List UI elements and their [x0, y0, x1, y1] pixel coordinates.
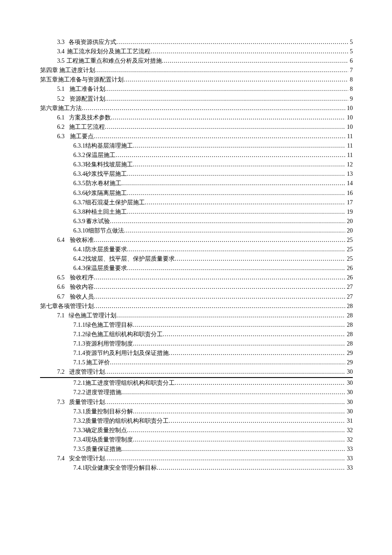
- toc-entry-title: 施工进度管理组织机构和职责分工: [85, 378, 175, 388]
- toc-page-number: 8: [348, 75, 353, 84]
- toc-page-number: 20: [345, 226, 353, 235]
- toc-dot-leader: [110, 217, 345, 226]
- toc-dot-leader: [115, 151, 345, 160]
- toc-chapter-heading: 第五章施工准备与资源配置计划: [40, 75, 124, 84]
- toc-dot-leader: [133, 407, 345, 416]
- toc-entry-title: 绿色施工组织机构和职责分工: [85, 330, 163, 339]
- toc-entry: 7.1.3资源利用管理制度28: [40, 339, 353, 349]
- toc-entry: 7.1.5施工评价29: [40, 358, 353, 367]
- toc-entry-number: 7.1.4: [73, 349, 85, 358]
- toc-entry-title: 工程施工重点和难点分析及应对措施: [66, 56, 162, 66]
- toc-entry: 6.3施工要点11: [40, 132, 353, 141]
- toc-page-number: 11: [346, 132, 353, 141]
- toc-entry: 第四章施工进度计划7: [40, 66, 353, 75]
- toc-entry-number: 7.1.2: [73, 330, 85, 339]
- toc-entry-title: 施工工艺流程: [69, 122, 105, 132]
- toc-page-number: 32: [345, 426, 353, 435]
- toc-page-number: 33: [345, 445, 353, 454]
- toc-entry: 7.3质量管理计划30: [40, 398, 353, 407]
- toc-entry: 5.2资源配置计划9: [40, 94, 353, 104]
- toc-entry: 6.3.6砂浆隔离层施工16: [40, 189, 353, 198]
- toc-entry: 第七章各项管理计划28: [40, 302, 353, 311]
- toc-page-number: 30: [345, 398, 353, 407]
- toc-entry-number: 6.3.3: [73, 160, 85, 169]
- toc-dot-leader: [175, 254, 345, 264]
- toc-entry-number: 7.1.1: [73, 320, 85, 330]
- toc-dot-leader: [94, 235, 345, 245]
- toc-entry-title: 施工要点: [70, 132, 94, 141]
- toc-entry-number: 6.4.1: [73, 245, 85, 254]
- toc-dot-leader: [145, 198, 345, 207]
- toc-entry-title: 资源配置计划: [69, 94, 105, 104]
- toc-dot-leader: [94, 282, 345, 292]
- toc-entry-title: 质量保证措施: [86, 445, 121, 454]
- toc-entry-title: 确定质量控制点: [85, 426, 127, 435]
- toc-entry-number: 7.3.5: [73, 445, 86, 454]
- toc-entry-title: 保温层施工: [86, 151, 115, 160]
- toc-entry: 6.1方案及技术参数10: [40, 113, 353, 122]
- toc-entry: 7.4.1职业健康安全管理分解目标33: [40, 463, 353, 473]
- document-page: 3.3各项资源供应方式53.4施工流水段划分及施工工艺流程53.5工程施工重点和…: [0, 0, 392, 555]
- toc-entry-title: 验收人员: [70, 292, 94, 302]
- toc-chapter-heading: 第六章施工方法: [40, 104, 82, 113]
- toc-page-number: 10: [345, 104, 353, 113]
- toc-entry: 3.3各项资源供应方式5: [40, 38, 353, 47]
- toc-dot-leader: [82, 104, 345, 113]
- toc-page-number: 27: [345, 282, 353, 292]
- toc-dot-leader: [121, 388, 345, 397]
- toc-entry: 7.1绿色施工管理计划28: [40, 311, 353, 320]
- toc-entry-number: 6.2: [57, 122, 69, 132]
- toc-dot-leader: [127, 264, 345, 273]
- toc-entry: 第六章施工方法10: [40, 104, 353, 113]
- toc-page-number: 14: [345, 179, 353, 188]
- toc-dot-leader: [94, 302, 345, 311]
- toc-page-number: 16: [345, 189, 353, 198]
- toc-entry-title: 资源利用管理制度: [85, 339, 133, 349]
- toc-page-number: 28: [345, 302, 353, 311]
- toc-dot-leader: [133, 339, 345, 349]
- toc-page-number: 33: [345, 454, 353, 463]
- toc-entry-number: 7.3.4: [73, 435, 85, 445]
- toc-dot-leader: [111, 113, 345, 122]
- toc-entry-title: 防水卷材施工: [86, 179, 121, 188]
- toc-entry: 6.4.2找坡层、找平层、保护层质量要求25: [40, 254, 353, 264]
- toc-dot-leader: [169, 349, 345, 358]
- toc-page-number: 17: [345, 198, 353, 207]
- toc-entry-title: 施工评价: [86, 358, 110, 367]
- toc-page-number: 7: [348, 66, 353, 75]
- toc-page-number: 11: [346, 141, 353, 151]
- toc-page-number: 13: [345, 169, 353, 179]
- toc-entry-number: 7.3.2: [73, 416, 85, 426]
- toc-entry-number: 6.3: [57, 132, 70, 141]
- horizontal-divider: [40, 377, 353, 378]
- toc-page-number: 27: [345, 292, 353, 302]
- toc-entry-title: 绿色施工管理目标: [85, 320, 133, 330]
- toc-dot-leader: [95, 66, 348, 75]
- toc-entry-title: 质量管理的组织机构和职责分工: [85, 416, 169, 426]
- toc-page-number: 30: [345, 388, 353, 397]
- toc-entry-number: 6.3.6: [73, 189, 85, 198]
- toc-entry-title: 进度管理计划: [69, 367, 105, 377]
- toc-entry-title: 砂浆找平层施工: [85, 169, 127, 179]
- toc-entry: 6.3.3轻集料找坡层施工12: [40, 160, 353, 169]
- toc-dot-leader: [127, 207, 345, 217]
- toc-dot-leader: [121, 179, 345, 188]
- toc-entry: 7.1.4资源节约及利用计划及保证措施29: [40, 349, 353, 358]
- toc-entry: 第五章施工准备与资源配置计划8: [40, 75, 353, 84]
- toc-entry-number: 7.2: [57, 367, 69, 377]
- toc-entry-title: 施工准备计划: [69, 84, 105, 94]
- toc-entry-number: 6.4.2: [73, 254, 85, 264]
- toc-dot-leader: [121, 445, 345, 454]
- toc-page-number: 25: [345, 245, 353, 254]
- toc-entry: 7.1.1绿色施工管理目标28: [40, 320, 353, 330]
- toc-page-number: 28: [345, 320, 353, 330]
- toc-entry: 7.3.1质量控制目标分解30: [40, 407, 353, 416]
- toc-page-number: 26: [345, 264, 353, 273]
- toc-page-number: 28: [345, 339, 353, 349]
- toc-entry-number: 3.4: [57, 47, 67, 56]
- toc-entry: 6.6验收内容27: [40, 282, 353, 292]
- toc-entry-title: 防水层质量要求: [85, 245, 127, 254]
- toc-entry-number: 7.1.5: [73, 358, 86, 367]
- toc-entry-number: 3.5: [57, 56, 66, 66]
- toc-entry-number: 7.1.3: [73, 339, 85, 349]
